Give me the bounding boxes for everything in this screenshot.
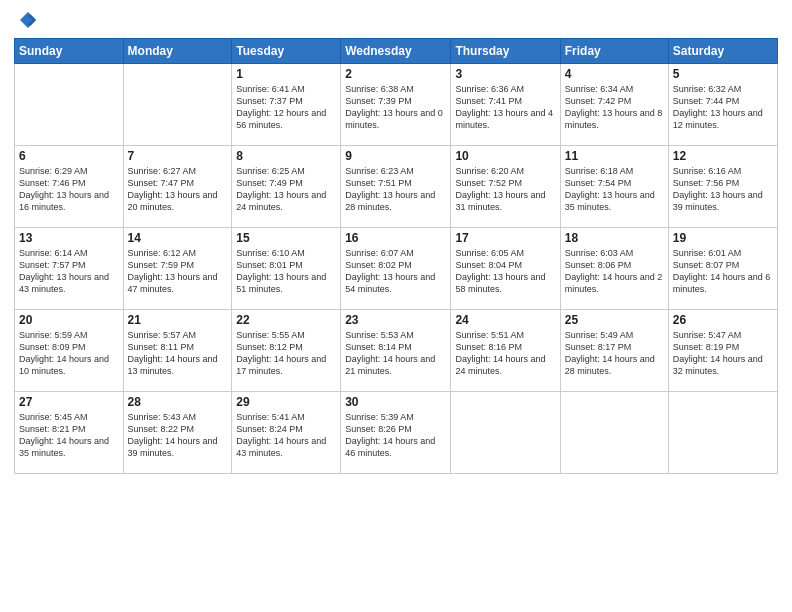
- calendar-cell: 17Sunrise: 6:05 AMSunset: 8:04 PMDayligh…: [451, 228, 560, 310]
- day-number: 26: [673, 313, 773, 327]
- page: Sunday Monday Tuesday Wednesday Thursday…: [0, 0, 792, 612]
- day-info: Sunrise: 6:18 AMSunset: 7:54 PMDaylight:…: [565, 165, 664, 214]
- day-number: 5: [673, 67, 773, 81]
- day-number: 30: [345, 395, 446, 409]
- day-info: Sunrise: 6:05 AMSunset: 8:04 PMDaylight:…: [455, 247, 555, 296]
- day-info: Sunrise: 6:20 AMSunset: 7:52 PMDaylight:…: [455, 165, 555, 214]
- day-info: Sunrise: 6:38 AMSunset: 7:39 PMDaylight:…: [345, 83, 446, 132]
- day-number: 10: [455, 149, 555, 163]
- day-info: Sunrise: 6:32 AMSunset: 7:44 PMDaylight:…: [673, 83, 773, 132]
- day-info: Sunrise: 6:34 AMSunset: 7:42 PMDaylight:…: [565, 83, 664, 132]
- day-number: 16: [345, 231, 446, 245]
- day-info: Sunrise: 6:25 AMSunset: 7:49 PMDaylight:…: [236, 165, 336, 214]
- day-number: 25: [565, 313, 664, 327]
- day-info: Sunrise: 6:23 AMSunset: 7:51 PMDaylight:…: [345, 165, 446, 214]
- day-number: 8: [236, 149, 336, 163]
- day-number: 21: [128, 313, 228, 327]
- calendar-cell: 6Sunrise: 6:29 AMSunset: 7:46 PMDaylight…: [15, 146, 124, 228]
- day-number: 4: [565, 67, 664, 81]
- calendar-cell: 13Sunrise: 6:14 AMSunset: 7:57 PMDayligh…: [15, 228, 124, 310]
- day-number: 23: [345, 313, 446, 327]
- calendar-week-0: 1Sunrise: 6:41 AMSunset: 7:37 PMDaylight…: [15, 64, 778, 146]
- day-number: 14: [128, 231, 228, 245]
- day-info: Sunrise: 5:47 AMSunset: 8:19 PMDaylight:…: [673, 329, 773, 378]
- day-info: Sunrise: 5:41 AMSunset: 8:24 PMDaylight:…: [236, 411, 336, 460]
- calendar-cell: 30Sunrise: 5:39 AMSunset: 8:26 PMDayligh…: [341, 392, 451, 474]
- logo-icon: [18, 10, 38, 30]
- day-number: 15: [236, 231, 336, 245]
- calendar-week-3: 20Sunrise: 5:59 AMSunset: 8:09 PMDayligh…: [15, 310, 778, 392]
- calendar-cell: [15, 64, 124, 146]
- day-number: 9: [345, 149, 446, 163]
- weekday-wednesday: Wednesday: [341, 39, 451, 64]
- calendar-cell: 2Sunrise: 6:38 AMSunset: 7:39 PMDaylight…: [341, 64, 451, 146]
- calendar-cell: 7Sunrise: 6:27 AMSunset: 7:47 PMDaylight…: [123, 146, 232, 228]
- calendar-cell: 27Sunrise: 5:45 AMSunset: 8:21 PMDayligh…: [15, 392, 124, 474]
- day-number: 6: [19, 149, 119, 163]
- day-info: Sunrise: 5:43 AMSunset: 8:22 PMDaylight:…: [128, 411, 228, 460]
- day-info: Sunrise: 6:12 AMSunset: 7:59 PMDaylight:…: [128, 247, 228, 296]
- day-info: Sunrise: 6:36 AMSunset: 7:41 PMDaylight:…: [455, 83, 555, 132]
- calendar-cell: 8Sunrise: 6:25 AMSunset: 7:49 PMDaylight…: [232, 146, 341, 228]
- day-info: Sunrise: 5:51 AMSunset: 8:16 PMDaylight:…: [455, 329, 555, 378]
- calendar-cell: 3Sunrise: 6:36 AMSunset: 7:41 PMDaylight…: [451, 64, 560, 146]
- logo: [14, 10, 38, 30]
- calendar-week-1: 6Sunrise: 6:29 AMSunset: 7:46 PMDaylight…: [15, 146, 778, 228]
- day-info: Sunrise: 6:01 AMSunset: 8:07 PMDaylight:…: [673, 247, 773, 296]
- day-number: 2: [345, 67, 446, 81]
- calendar-cell: 9Sunrise: 6:23 AMSunset: 7:51 PMDaylight…: [341, 146, 451, 228]
- day-number: 13: [19, 231, 119, 245]
- calendar-cell: [668, 392, 777, 474]
- weekday-header-row: Sunday Monday Tuesday Wednesday Thursday…: [15, 39, 778, 64]
- day-number: 27: [19, 395, 119, 409]
- weekday-sunday: Sunday: [15, 39, 124, 64]
- day-info: Sunrise: 6:16 AMSunset: 7:56 PMDaylight:…: [673, 165, 773, 214]
- day-number: 12: [673, 149, 773, 163]
- calendar-cell: 4Sunrise: 6:34 AMSunset: 7:42 PMDaylight…: [560, 64, 668, 146]
- calendar-cell: 15Sunrise: 6:10 AMSunset: 8:01 PMDayligh…: [232, 228, 341, 310]
- calendar-cell: 14Sunrise: 6:12 AMSunset: 7:59 PMDayligh…: [123, 228, 232, 310]
- weekday-friday: Friday: [560, 39, 668, 64]
- calendar-cell: 26Sunrise: 5:47 AMSunset: 8:19 PMDayligh…: [668, 310, 777, 392]
- calendar-cell: 18Sunrise: 6:03 AMSunset: 8:06 PMDayligh…: [560, 228, 668, 310]
- calendar-table: Sunday Monday Tuesday Wednesday Thursday…: [14, 38, 778, 474]
- day-info: Sunrise: 6:07 AMSunset: 8:02 PMDaylight:…: [345, 247, 446, 296]
- calendar-cell: [123, 64, 232, 146]
- day-number: 7: [128, 149, 228, 163]
- day-info: Sunrise: 5:53 AMSunset: 8:14 PMDaylight:…: [345, 329, 446, 378]
- day-info: Sunrise: 5:57 AMSunset: 8:11 PMDaylight:…: [128, 329, 228, 378]
- calendar-cell: 20Sunrise: 5:59 AMSunset: 8:09 PMDayligh…: [15, 310, 124, 392]
- calendar-cell: 28Sunrise: 5:43 AMSunset: 8:22 PMDayligh…: [123, 392, 232, 474]
- weekday-tuesday: Tuesday: [232, 39, 341, 64]
- day-number: 22: [236, 313, 336, 327]
- calendar-week-4: 27Sunrise: 5:45 AMSunset: 8:21 PMDayligh…: [15, 392, 778, 474]
- day-number: 17: [455, 231, 555, 245]
- day-number: 29: [236, 395, 336, 409]
- calendar-cell: 21Sunrise: 5:57 AMSunset: 8:11 PMDayligh…: [123, 310, 232, 392]
- calendar-cell: 16Sunrise: 6:07 AMSunset: 8:02 PMDayligh…: [341, 228, 451, 310]
- calendar-cell: 25Sunrise: 5:49 AMSunset: 8:17 PMDayligh…: [560, 310, 668, 392]
- header: [14, 10, 778, 30]
- day-info: Sunrise: 5:59 AMSunset: 8:09 PMDaylight:…: [19, 329, 119, 378]
- day-info: Sunrise: 5:55 AMSunset: 8:12 PMDaylight:…: [236, 329, 336, 378]
- day-number: 20: [19, 313, 119, 327]
- calendar-cell: 24Sunrise: 5:51 AMSunset: 8:16 PMDayligh…: [451, 310, 560, 392]
- day-info: Sunrise: 5:45 AMSunset: 8:21 PMDaylight:…: [19, 411, 119, 460]
- day-info: Sunrise: 5:39 AMSunset: 8:26 PMDaylight:…: [345, 411, 446, 460]
- calendar-cell: [451, 392, 560, 474]
- calendar-cell: 23Sunrise: 5:53 AMSunset: 8:14 PMDayligh…: [341, 310, 451, 392]
- day-info: Sunrise: 6:14 AMSunset: 7:57 PMDaylight:…: [19, 247, 119, 296]
- day-info: Sunrise: 6:41 AMSunset: 7:37 PMDaylight:…: [236, 83, 336, 132]
- calendar-cell: 5Sunrise: 6:32 AMSunset: 7:44 PMDaylight…: [668, 64, 777, 146]
- calendar-cell: 1Sunrise: 6:41 AMSunset: 7:37 PMDaylight…: [232, 64, 341, 146]
- day-number: 18: [565, 231, 664, 245]
- day-number: 3: [455, 67, 555, 81]
- day-number: 28: [128, 395, 228, 409]
- weekday-saturday: Saturday: [668, 39, 777, 64]
- calendar-cell: [560, 392, 668, 474]
- calendar-cell: 12Sunrise: 6:16 AMSunset: 7:56 PMDayligh…: [668, 146, 777, 228]
- day-number: 19: [673, 231, 773, 245]
- day-info: Sunrise: 5:49 AMSunset: 8:17 PMDaylight:…: [565, 329, 664, 378]
- calendar-week-2: 13Sunrise: 6:14 AMSunset: 7:57 PMDayligh…: [15, 228, 778, 310]
- day-number: 11: [565, 149, 664, 163]
